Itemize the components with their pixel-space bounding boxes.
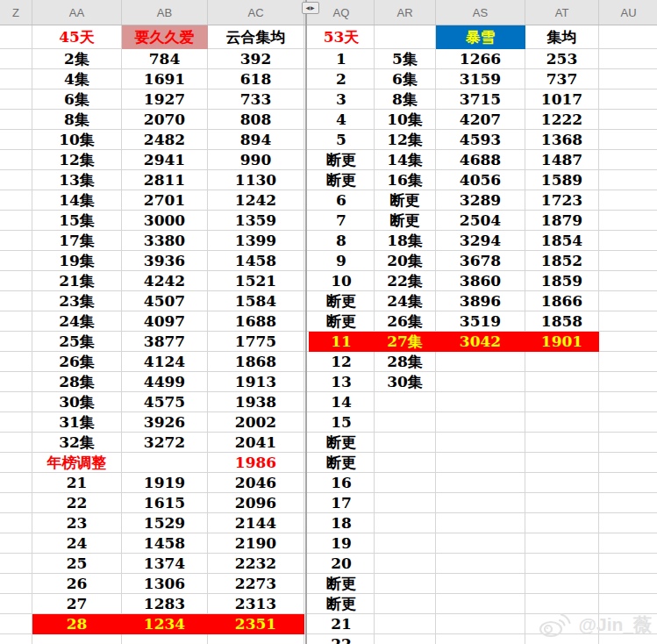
cell-AC-16[interactable]: 1775	[208, 332, 304, 352]
cell-AR-17[interactable]: 28集	[375, 352, 436, 372]
cell-AQ-9[interactable]: 6	[309, 190, 375, 211]
cell-Z-29[interactable]	[0, 594, 32, 614]
cell-AB-7[interactable]: 2941	[122, 150, 208, 170]
cell-AU-18[interactable]	[599, 372, 657, 392]
cell-AU-4[interactable]	[599, 89, 657, 110]
cell-AA-19[interactable]: 30集	[32, 392, 122, 412]
cell-AR-6[interactable]: 12集	[375, 130, 436, 150]
cell-AQ-20[interactable]: 15	[309, 412, 375, 433]
cell-AS-31[interactable]	[436, 634, 525, 644]
cell-AS-18[interactable]	[436, 372, 525, 392]
cell-AA-9[interactable]: 14集	[32, 190, 122, 211]
column-header-AR[interactable]: AR	[375, 0, 436, 25]
cell-AC-17[interactable]: 1868	[208, 352, 304, 372]
cell-AS-6[interactable]: 4593	[436, 130, 525, 150]
cell-AT-20[interactable]	[525, 412, 599, 433]
cell-AQ-27[interactable]: 20	[309, 554, 375, 574]
cell-AS-22[interactable]	[436, 453, 525, 473]
cell-AQ-2[interactable]: 1	[309, 49, 375, 69]
cell-AR-15[interactable]: 26集	[375, 311, 436, 332]
cell-AA-8[interactable]: 13集	[32, 170, 122, 190]
cell-AB-16[interactable]: 3877	[122, 332, 208, 352]
cell-Z-24[interactable]	[0, 493, 32, 513]
cell-AS-23[interactable]	[436, 473, 525, 493]
cell-AQ-11[interactable]: 8	[309, 231, 375, 251]
cell-Z-26[interactable]	[0, 533, 32, 554]
cell-AC-23[interactable]: 2046	[208, 473, 304, 493]
cell-AT-31[interactable]	[525, 634, 599, 644]
cell-AQ-8[interactable]: 断更	[309, 170, 375, 190]
cell-AQ-3[interactable]: 2	[309, 69, 375, 89]
cell-AB-17[interactable]: 4124	[122, 352, 208, 372]
cell-AB-8[interactable]: 2811	[122, 170, 208, 190]
cell-AS-1[interactable]: 暴雪	[436, 25, 525, 49]
cell-Z-8[interactable]	[0, 170, 32, 190]
cell-AB-19[interactable]: 4575	[122, 392, 208, 412]
cell-AB-25[interactable]: 1529	[122, 513, 208, 533]
cell-AU-7[interactable]	[599, 150, 657, 170]
cell-AR-11[interactable]: 18集	[375, 231, 436, 251]
cell-AB-2[interactable]: 784	[122, 49, 208, 69]
cell-AB-30[interactable]: 1234	[122, 614, 208, 634]
cell-AU-22[interactable]	[599, 453, 657, 473]
cell-AA-7[interactable]: 12集	[32, 150, 122, 170]
column-header-AC[interactable]: AC	[208, 0, 304, 25]
cell-Z-21[interactable]	[0, 433, 32, 453]
cell-AA-3[interactable]: 4集	[32, 69, 122, 89]
cell-AT-12[interactable]: 1852	[525, 251, 599, 271]
cell-AC-20[interactable]: 2002	[208, 412, 304, 433]
cell-AS-8[interactable]: 4056	[436, 170, 525, 190]
cell-AQ-17[interactable]: 12	[309, 352, 375, 372]
cell-AQ-6[interactable]: 5	[309, 130, 375, 150]
cell-AT-18[interactable]	[525, 372, 599, 392]
cell-AB-6[interactable]: 2482	[122, 130, 208, 150]
cell-AS-17[interactable]	[436, 352, 525, 372]
cell-AU-2[interactable]	[599, 49, 657, 69]
cell-AC-21[interactable]: 2041	[208, 433, 304, 453]
cell-AU-30[interactable]	[599, 614, 657, 634]
cell-AS-27[interactable]	[436, 554, 525, 574]
cell-AU-15[interactable]	[599, 311, 657, 332]
cell-AT-16[interactable]: 1901	[525, 332, 599, 352]
cell-Z-20[interactable]	[0, 412, 32, 433]
cell-Z-27[interactable]	[0, 554, 32, 574]
cell-AS-11[interactable]: 3294	[436, 231, 525, 251]
cell-Z-18[interactable]	[0, 372, 32, 392]
cell-AR-28[interactable]	[375, 574, 436, 594]
cell-AU-19[interactable]	[599, 392, 657, 412]
cell-AQ-7[interactable]: 断更	[309, 150, 375, 170]
cell-Z-1[interactable]	[0, 25, 32, 49]
cell-Z-25[interactable]	[0, 513, 32, 533]
cell-AC-25[interactable]: 2144	[208, 513, 304, 533]
cell-AA-4[interactable]: 6集	[32, 89, 122, 110]
cell-AQ-4[interactable]: 3	[309, 89, 375, 110]
column-header-AB[interactable]: AB	[122, 0, 208, 25]
column-header-AA[interactable]: AA	[32, 0, 122, 25]
cell-Z-22[interactable]	[0, 453, 32, 473]
cell-AS-16[interactable]: 3042	[436, 332, 525, 352]
cell-AR-19[interactable]	[375, 392, 436, 412]
cell-AR-31[interactable]	[375, 634, 436, 644]
cell-AS-13[interactable]: 3860	[436, 271, 525, 291]
cell-AQ-15[interactable]: 断更	[309, 311, 375, 332]
cell-AB-18[interactable]: 4499	[122, 372, 208, 392]
cell-AU-25[interactable]	[599, 513, 657, 533]
cell-AC-15[interactable]: 1688	[208, 311, 304, 332]
cell-AA-5[interactable]: 8集	[32, 110, 122, 130]
cell-Z-19[interactable]	[0, 392, 32, 412]
cell-AU-12[interactable]	[599, 251, 657, 271]
cell-AC-26[interactable]: 2190	[208, 533, 304, 554]
cell-AU-9[interactable]	[599, 190, 657, 211]
cell-AR-7[interactable]: 14集	[375, 150, 436, 170]
cell-AT-25[interactable]	[525, 513, 599, 533]
cell-AS-29[interactable]	[436, 594, 525, 614]
cell-AC-14[interactable]: 1584	[208, 291, 304, 311]
cell-AT-28[interactable]	[525, 574, 599, 594]
cell-Z-30[interactable]	[0, 614, 32, 634]
cell-AA-12[interactable]: 19集	[32, 251, 122, 271]
cell-AS-24[interactable]	[436, 493, 525, 513]
cell-AT-27[interactable]	[525, 554, 599, 574]
cell-AU-10[interactable]	[599, 211, 657, 231]
cell-AU-5[interactable]	[599, 110, 657, 130]
cell-AQ-16[interactable]: 11	[309, 332, 375, 352]
